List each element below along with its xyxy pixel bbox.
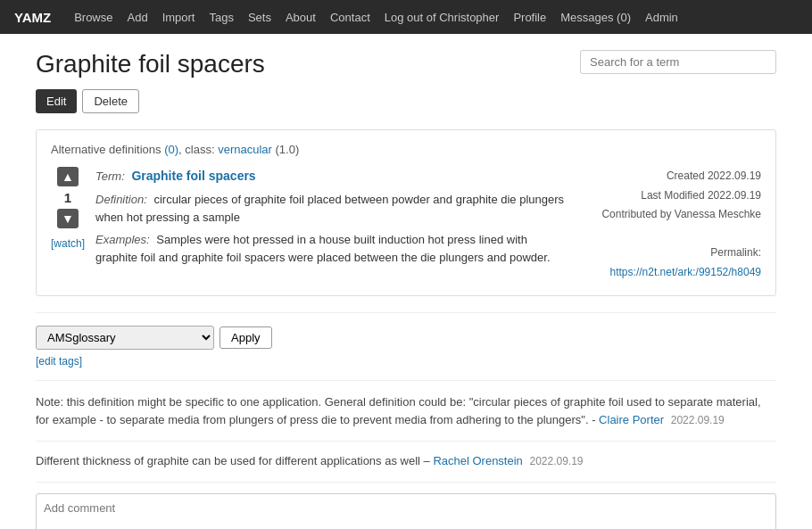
search-input[interactable] (580, 50, 776, 74)
contributed-by: Vanessa Meschke (675, 208, 761, 220)
vote-up-button[interactable]: ▲ (57, 167, 79, 186)
nav-logout[interactable]: Log out of Christopher (377, 11, 507, 24)
created-info: Created 2022.09.19 (667, 169, 761, 182)
def-content: Term: Graphite foil spacers Definition: … (95, 167, 572, 271)
navbar: YAMZ Browse Add Import Tags Sets About C… (0, 0, 812, 34)
examples-text: Samples were hot pressed in a house buil… (95, 233, 551, 264)
created-label: Created (667, 169, 705, 182)
permalink-label: Permalink: (583, 244, 761, 263)
def-body: ▲ 1 ▼ [watch] Term: Graphite foil spacer… (51, 167, 761, 283)
modified-date: 2022.09.19 (708, 189, 761, 202)
contributed-info: Contributed by Vanessa Meschke (601, 208, 761, 220)
nav-browse[interactable]: Browse (67, 11, 120, 24)
comment-author-1[interactable]: Rachel Orenstein (433, 454, 522, 467)
vote-down-button[interactable]: ▼ (57, 209, 79, 228)
tag-section: AMSglossary Apply [edit tags] (36, 312, 776, 368)
created-date: 2022.09.19 (708, 169, 761, 182)
modified-info: Last Modified 2022.09.19 (641, 189, 761, 202)
term-row: Term: Graphite foil spacers (95, 167, 572, 186)
comment-date-0: 2022.09.19 (671, 414, 725, 426)
page-title: Graphite foil spacers (36, 50, 265, 79)
nav-contact[interactable]: Contact (323, 11, 377, 24)
comment-author-0[interactable]: Claire Porter (599, 413, 664, 426)
term-label: Term: (95, 169, 125, 183)
class-value[interactable]: vernacular (218, 143, 272, 156)
definition-card: Alternative definitions (0), class: vern… (36, 129, 776, 296)
delete-button[interactable]: Delete (82, 89, 139, 113)
apply-button[interactable]: Apply (220, 326, 272, 349)
action-buttons: Edit Delete (36, 89, 776, 113)
contributed-label: Contributed by (601, 208, 671, 220)
nav-admin[interactable]: Admin (638, 11, 685, 24)
examples-row: Examples: Samples were hot pressed in a … (95, 231, 572, 266)
main-content: Graphite foil spacers Edit Delete Altern… (18, 34, 794, 529)
definition-text: circular pieces of graphite foil placed … (95, 193, 564, 224)
comment-item-1: Different thickness of graphite can be u… (36, 452, 776, 483)
class-label: class: (185, 143, 214, 156)
top-row: Graphite foil spacers (36, 50, 776, 79)
comments-section: Note: this definition might be specific … (36, 380, 776, 529)
watch-link[interactable]: [watch] (51, 237, 85, 250)
nav-add[interactable]: Add (120, 11, 154, 24)
definition-label: Definition: (95, 193, 147, 206)
comment-text-1: Different thickness of graphite can be u… (36, 454, 433, 467)
comment-item-0: Note: this definition might be specific … (36, 393, 776, 442)
vote-column: ▲ 1 ▼ [watch] (51, 167, 85, 250)
tag-select-row: AMSglossary Apply (36, 326, 776, 350)
nav-about[interactable]: About (278, 11, 323, 24)
nav-sets[interactable]: Sets (241, 11, 278, 24)
nav-import[interactable]: Import (155, 11, 203, 24)
nav-messages[interactable]: Messages (0) (553, 11, 638, 24)
alt-def-header: Alternative definitions (0), class: vern… (51, 143, 761, 156)
definition-row: Definition: circular pieces of graphite … (95, 191, 572, 226)
edit-tags-link[interactable]: [edit tags] (36, 355, 776, 368)
add-comment-textarea[interactable] (36, 493, 776, 529)
modified-label: Last Modified (641, 189, 704, 202)
term-value[interactable]: Graphite foil spacers (131, 169, 255, 183)
permalink-url[interactable]: https://n2t.net/ark:/99152/h8049 (610, 266, 761, 278)
nav-tags[interactable]: Tags (202, 11, 240, 24)
alt-def-count[interactable]: (0) (164, 143, 178, 156)
examples-label: Examples: (95, 233, 150, 246)
edit-button[interactable]: Edit (36, 89, 77, 113)
alt-def-label: Alternative definitions (51, 143, 162, 156)
nav-profile[interactable]: Profile (506, 11, 553, 24)
tag-select[interactable]: AMSglossary (36, 326, 214, 350)
def-meta: Created 2022.09.19 Last Modified 2022.09… (583, 167, 761, 283)
nav-brand: YAMZ (14, 10, 51, 25)
comment-date-1: 2022.09.19 (529, 455, 583, 467)
class-version: (1.0) (276, 143, 300, 156)
vote-count: 1 (64, 190, 71, 205)
